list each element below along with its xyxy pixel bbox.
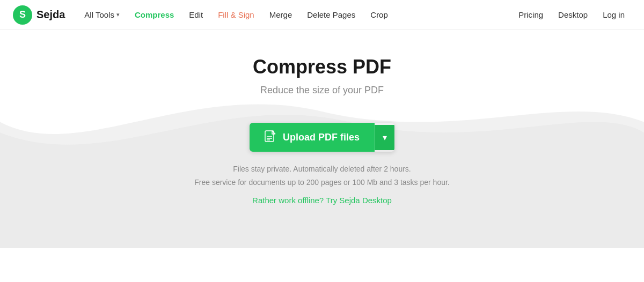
nav-login[interactable]: Log in	[596, 6, 631, 24]
nav-compress[interactable]: Compress	[128, 6, 180, 24]
nav-merge[interactable]: Merge	[263, 6, 299, 24]
privacy-info: Files stay private. Automatically delete…	[0, 162, 644, 189]
chevron-down-icon: ▾	[383, 132, 387, 143]
upload-button-group: Upload PDF files ▾	[250, 123, 394, 152]
nav-pricing[interactable]: Pricing	[512, 6, 550, 24]
pdf-file-icon	[265, 130, 276, 144]
offline-link[interactable]: Rather work offline? Try Sejda Desktop	[252, 196, 392, 205]
chevron-down-icon: ▾	[116, 11, 120, 18]
nav-left: All Tools ▾ Compress Edit Fill & Sign Me…	[78, 6, 512, 24]
upload-section: Upload PDF files ▾ Files stay private. A…	[0, 80, 644, 248]
navbar: S Sejda All Tools ▾ Compress Edit Fill &…	[0, 0, 644, 30]
nav-desktop[interactable]: Desktop	[552, 6, 594, 24]
nav-delete-pages[interactable]: Delete Pages	[301, 6, 362, 24]
hero-section: Compress PDF Reduce the size of your PDF	[0, 30, 644, 96]
page-subtitle: Reduce the size of your PDF	[13, 85, 631, 96]
nav-edit[interactable]: Edit	[182, 6, 209, 24]
logo-name: Sejda	[36, 9, 65, 21]
page-title: Compress PDF	[13, 56, 631, 78]
upload-dropdown-button[interactable]: ▾	[375, 125, 394, 150]
upload-button[interactable]: Upload PDF files	[250, 123, 375, 152]
nav-fill-sign[interactable]: Fill & Sign	[211, 6, 261, 24]
nav-crop[interactable]: Crop	[364, 6, 394, 24]
nav-right: Pricing Desktop Log in	[512, 6, 631, 24]
logo-link[interactable]: S Sejda	[13, 5, 65, 25]
logo-icon: S	[13, 5, 32, 25]
nav-all-tools[interactable]: All Tools ▾	[78, 6, 126, 24]
upload-content: Upload PDF files ▾ Files stay private. A…	[0, 123, 644, 205]
